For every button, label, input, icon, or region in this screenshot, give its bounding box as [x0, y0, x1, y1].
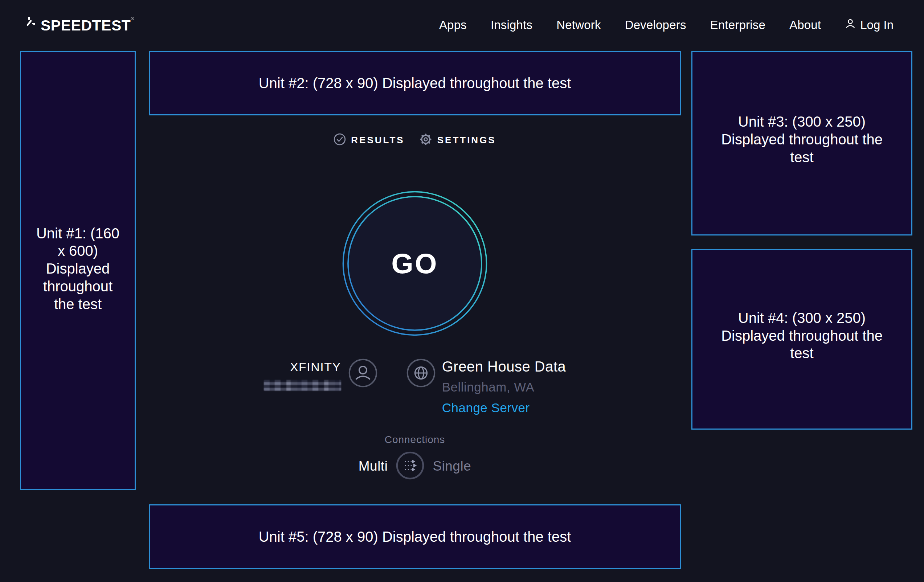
- speedtest-logo[interactable]: SPEEDTEST®: [20, 16, 134, 34]
- ad-unit-1-label: Unit #1: (160 x 600) Displayed throughou…: [33, 224, 124, 313]
- ad-unit-3[interactable]: Unit #3: (300 x 250) Displayed throughou…: [691, 51, 912, 236]
- speedtest-page: SPEEDTEST® Apps Insights Network Develop…: [0, 0, 924, 582]
- server-location: Bellingham, WA: [442, 380, 535, 394]
- tabs-row: RESULTS SETTINGS: [149, 133, 681, 147]
- registered-mark: ®: [130, 16, 134, 21]
- ad-unit-1[interactable]: Unit #1: (160 x 600) Displayed throughou…: [20, 51, 136, 490]
- nav-enterprise[interactable]: Enterprise: [710, 18, 766, 32]
- check-circle-icon: [333, 133, 346, 147]
- ad-unit-4-label: Unit #4: (300 x 250) Displayed throughou…: [721, 309, 883, 362]
- provider-name: XFINITY: [290, 360, 341, 374]
- connections-single-option[interactable]: Single: [432, 458, 471, 474]
- go-button[interactable]: GO: [342, 191, 487, 336]
- connections-toggle-row: Multi Single: [149, 452, 681, 481]
- change-server-link[interactable]: Change Server: [442, 401, 530, 415]
- tab-results[interactable]: RESULTS: [333, 133, 404, 147]
- tab-settings[interactable]: SETTINGS: [419, 133, 496, 147]
- server-name: Green House Data: [442, 358, 566, 375]
- nav-about[interactable]: About: [789, 18, 821, 32]
- tab-settings-label: SETTINGS: [437, 135, 496, 146]
- go-button-label: GO: [342, 191, 487, 336]
- connections-toggle-icon[interactable]: [396, 452, 424, 481]
- server-block: Green House Data Bellingham, WA Change S…: [406, 357, 566, 415]
- globe-circle-icon: [406, 358, 436, 389]
- connections-label: Connections: [149, 434, 681, 445]
- connections-multi-option[interactable]: Multi: [358, 458, 388, 474]
- login-button[interactable]: Log In: [845, 18, 894, 32]
- person-circle-icon: [348, 358, 378, 389]
- user-icon: [845, 18, 856, 32]
- censored-ip-text: [264, 380, 341, 391]
- speedometer-icon: [20, 17, 35, 33]
- ad-unit-3-label: Unit #3: (300 x 250) Displayed throughou…: [721, 113, 883, 166]
- gear-icon: [419, 133, 432, 147]
- ad-unit-4[interactable]: Unit #4: (300 x 250) Displayed throughou…: [691, 249, 912, 430]
- tab-results-label: RESULTS: [351, 135, 404, 146]
- logo-wordmark: SPEEDTEST®: [41, 16, 134, 34]
- provider-block: XFINITY: [264, 357, 378, 391]
- speed-test-panel: RESULTS SETTINGS: [149, 0, 681, 582]
- login-label: Log In: [860, 18, 894, 32]
- connection-info-row: XFINITY: [149, 357, 681, 415]
